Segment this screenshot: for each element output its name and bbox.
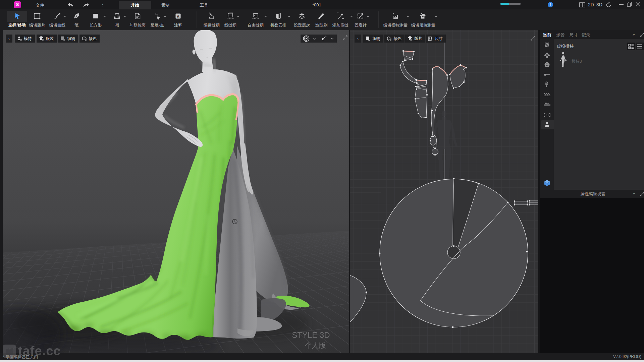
svg-text:STYLE 3D: STYLE 3D bbox=[292, 330, 330, 340]
svg-text:个人版: 个人版 bbox=[305, 342, 326, 349]
svg-text:A: A bbox=[177, 14, 179, 18]
